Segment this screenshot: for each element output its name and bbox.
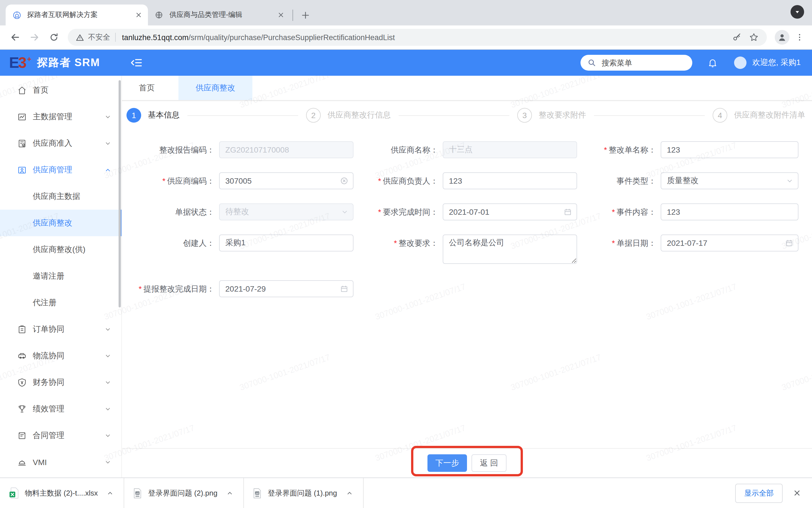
basic-info-form: 整改报告编码： 供应商名称： *整改单名称： *供应商编码： bbox=[122, 126, 812, 311]
field-label: *供应商编码： bbox=[136, 172, 214, 189]
supplier-owner-input[interactable] bbox=[443, 172, 577, 189]
browser-menu-icon[interactable] bbox=[793, 31, 806, 44]
download-item-png-1[interactable]: 登录界面问题 (1).png bbox=[244, 478, 364, 508]
field-event-type: 事件类型： bbox=[587, 172, 799, 189]
clear-icon[interactable] bbox=[340, 177, 348, 185]
field-creator: 创建人： bbox=[136, 235, 353, 266]
rect-doc-name-input[interactable] bbox=[661, 141, 799, 158]
field-rect-doc-name: *整改单名称： bbox=[587, 141, 799, 158]
tab-home[interactable]: 首页 bbox=[139, 83, 155, 93]
not-secure-warning-icon bbox=[76, 33, 84, 42]
sidebar-item-proxy-register[interactable]: 代注册 bbox=[0, 289, 122, 316]
app-header: E 3 + 探路者 SRM 欢迎您, 采购1 bbox=[0, 50, 812, 76]
calendar-icon[interactable] bbox=[564, 208, 572, 216]
chevron-up-icon[interactable] bbox=[346, 490, 353, 497]
tab-title: 供应商与品类管理-编辑 bbox=[170, 10, 272, 20]
sidebar-item-order-collab[interactable]: 订单协同 bbox=[0, 316, 122, 342]
chevron-up-icon[interactable] bbox=[227, 490, 233, 497]
clipboard-icon bbox=[17, 324, 27, 334]
menu-search-box[interactable] bbox=[581, 55, 692, 71]
rect-requirement-textarea[interactable]: 公司名称是公司 bbox=[443, 235, 577, 264]
app-body: 首页 主数据管理 供应商准入 供应商管理 供应商主数据 供应商整改 bbox=[0, 76, 812, 477]
back-icon[interactable] bbox=[7, 29, 23, 45]
sidebar-item-logistics-collab[interactable]: 物流协同 bbox=[0, 342, 122, 369]
browser-toolbar: 不安全 tanluzhe.51qqt.com /srm/quality/purc… bbox=[0, 26, 812, 50]
sidebar-item-supplier-rectification[interactable]: 供应商整改 bbox=[0, 210, 122, 236]
forward-icon[interactable] bbox=[27, 29, 42, 45]
tab-supplier-rectification[interactable]: 供应商整改 bbox=[179, 76, 252, 100]
sidebar-item-finance-collab[interactable]: 财务协同 bbox=[0, 369, 122, 395]
back-button[interactable]: 返 回 bbox=[472, 454, 507, 472]
chevron-down-icon bbox=[104, 432, 111, 439]
calendar-icon[interactable] bbox=[340, 285, 348, 293]
welcome-text: 欢迎您, 采购1 bbox=[753, 58, 801, 68]
tab-title: 探路者互联网解决方案 bbox=[27, 10, 130, 20]
brand-title: 探路者 SRM bbox=[37, 55, 100, 70]
supplier-code-input[interactable] bbox=[219, 172, 353, 189]
sidebar-item-home[interactable]: 首页 bbox=[0, 77, 122, 103]
supplier-name-input[interactable] bbox=[443, 141, 577, 158]
next-step-button[interactable]: 下一步 bbox=[427, 454, 467, 472]
chevron-down-icon bbox=[104, 140, 111, 146]
chevron-down-icon bbox=[104, 352, 111, 359]
search-icon bbox=[587, 58, 596, 67]
sidebar: 首页 主数据管理 供应商准入 供应商管理 供应商主数据 供应商整改 bbox=[0, 76, 122, 477]
step-rectification-lines: 2 供应商整改行信息 bbox=[306, 108, 391, 123]
sidebar-item-supplier-management[interactable]: 供应商管理 bbox=[0, 157, 122, 183]
download-item-png-2[interactable]: 登录界面问题 (2).png bbox=[125, 478, 244, 508]
password-key-icon[interactable] bbox=[732, 32, 742, 42]
field-report-code: 整改报告编码： bbox=[136, 141, 353, 158]
submit-finish-date-input[interactable] bbox=[219, 280, 353, 297]
browser-tab-active[interactable]: 探路者互联网解决方案 bbox=[6, 4, 148, 26]
show-all-downloads-button[interactable]: 显示全部 bbox=[735, 483, 783, 503]
reload-icon[interactable] bbox=[46, 29, 61, 45]
url-domain: tanluzhe.51qqt.com bbox=[122, 33, 189, 42]
form-footer: 下一步 返 回 bbox=[122, 448, 812, 477]
tab-close-icon[interactable] bbox=[133, 10, 143, 20]
report-code-input[interactable] bbox=[219, 141, 353, 158]
doc-check-icon bbox=[17, 138, 27, 148]
new-tab-button[interactable] bbox=[298, 7, 314, 23]
chevron-up-icon[interactable] bbox=[107, 490, 114, 497]
dome-icon bbox=[17, 457, 27, 467]
sidebar-item-invite-register[interactable]: 邀请注册 bbox=[0, 263, 122, 289]
calendar-icon[interactable] bbox=[785, 239, 793, 247]
doc-date-input[interactable] bbox=[661, 235, 799, 251]
step-number: 3 bbox=[517, 108, 532, 123]
doc-status-select[interactable] bbox=[219, 203, 353, 220]
sidebar-item-performance[interactable]: 绩效管理 bbox=[0, 395, 122, 422]
field-supplier-code: *供应商编码： bbox=[136, 172, 353, 189]
sidebar-item-contract[interactable]: 合同管理 bbox=[0, 422, 122, 449]
event-type-select[interactable] bbox=[661, 172, 799, 189]
tab-close-icon[interactable] bbox=[276, 10, 286, 20]
sidebar-item-supplier-master-data[interactable]: 供应商主数据 bbox=[0, 183, 122, 210]
creator-input[interactable] bbox=[219, 235, 353, 251]
sidebar-item-vmi[interactable]: VMI bbox=[0, 449, 122, 475]
event-content-input[interactable] bbox=[661, 203, 799, 220]
supplier-icon bbox=[17, 165, 27, 175]
sidebar-collapse-icon[interactable] bbox=[131, 56, 143, 69]
close-downloads-bar-icon[interactable] bbox=[791, 487, 803, 499]
field-label: 创建人： bbox=[136, 235, 214, 251]
select-chevron-icon[interactable] bbox=[786, 177, 793, 184]
menu-search-input[interactable] bbox=[602, 58, 686, 67]
user-avatar[interactable] bbox=[734, 56, 747, 69]
sidebar-item-master-data[interactable]: 主数据管理 bbox=[0, 103, 122, 130]
download-file-name: 登录界面问题 (1).png bbox=[268, 488, 337, 498]
required-finish-time-input[interactable] bbox=[443, 203, 577, 220]
browser-profile-avatar[interactable] bbox=[775, 30, 790, 45]
step-label: 供应商整改行信息 bbox=[328, 110, 391, 120]
stepper: 1 基本信息 2 供应商整改行信息 3 整改要求附件 4 供应商整改附件清单 bbox=[122, 101, 812, 126]
url-bar[interactable]: 不安全 tanluzhe.51qqt.com /srm/quality/purc… bbox=[68, 29, 767, 46]
browser-tab-inactive[interactable]: 供应商与品类管理-编辑 bbox=[148, 4, 290, 26]
field-label: *事件内容： bbox=[587, 203, 656, 220]
sidebar-item-supplier-rectification-supply[interactable]: 供应商整改(供) bbox=[0, 236, 122, 263]
bookmark-star-icon[interactable] bbox=[749, 32, 759, 42]
truck-icon bbox=[17, 351, 27, 361]
sidebar-item-supplier-admission[interactable]: 供应商准入 bbox=[0, 130, 122, 157]
notification-bell-icon[interactable] bbox=[708, 58, 718, 68]
browser-update-button[interactable] bbox=[791, 5, 804, 19]
download-item-xlsx[interactable]: 物料主数据 (2)-t....xlsx bbox=[0, 478, 125, 508]
field-label: 整改报告编码： bbox=[136, 141, 214, 158]
sidebar-scrollbar[interactable] bbox=[118, 80, 121, 307]
